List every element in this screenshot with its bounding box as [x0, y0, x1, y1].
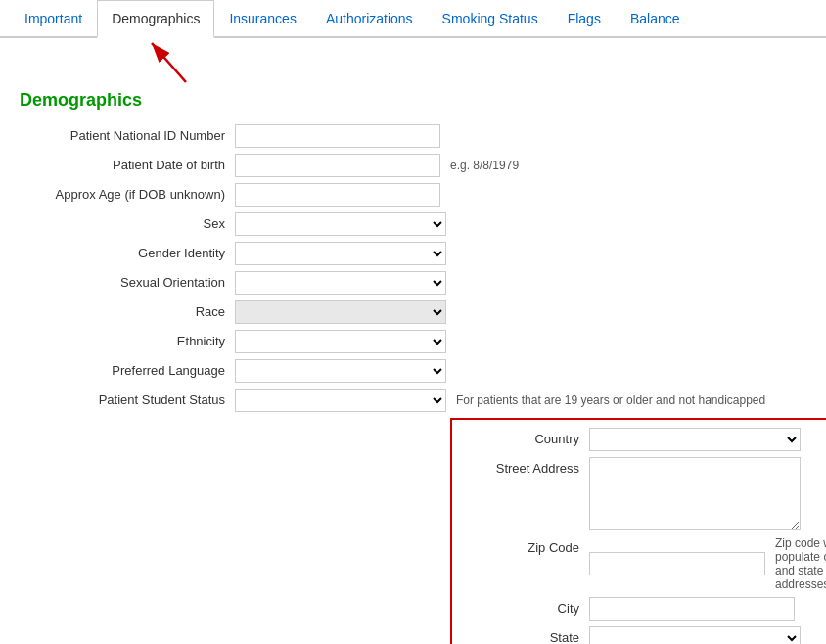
- select-race[interactable]: [235, 300, 446, 324]
- field-ethnicity: Ethnicity: [20, 330, 806, 353]
- tab-balance[interactable]: Balance: [616, 0, 695, 38]
- select-preferred-language[interactable]: [235, 359, 446, 383]
- tab-flags[interactable]: Flags: [553, 0, 616, 38]
- page-heading: Demographics: [20, 90, 806, 111]
- select-sexual-orientation[interactable]: [235, 271, 446, 295]
- field-state: State: [462, 626, 826, 644]
- label-zip-code: Zip Code: [462, 536, 589, 555]
- tab-demographics[interactable]: Demographics: [97, 0, 214, 38]
- label-sex: Sex: [20, 212, 235, 231]
- field-country: Country: [462, 428, 826, 451]
- input-national-id[interactable]: [235, 124, 440, 148]
- label-country: Country: [462, 428, 589, 446]
- address-section-row: Country Street Address Zip Code Zip code…: [20, 418, 806, 644]
- demographics-form: Patient National ID Number Patient Date …: [0, 124, 826, 644]
- input-city[interactable]: [589, 597, 795, 621]
- select-sex[interactable]: [235, 212, 446, 236]
- tab-important[interactable]: Important: [10, 0, 97, 38]
- field-city: City: [462, 597, 826, 621]
- label-city: City: [462, 597, 589, 616]
- dob-hint: e.g. 8/8/1979: [450, 159, 519, 172]
- field-student-status: Patient Student Status For patients that…: [20, 389, 806, 412]
- label-approx-age: Approx Age (if DOB unknown): [20, 183, 235, 202]
- student-status-hint: For patients that are 19 years or older …: [456, 393, 765, 407]
- tab-insurances[interactable]: Insurances: [214, 0, 310, 38]
- select-ethnicity[interactable]: [235, 330, 446, 353]
- select-gender-identity[interactable]: [235, 242, 446, 265]
- field-gender-identity: Gender Identity: [20, 242, 806, 265]
- input-approx-age[interactable]: [235, 183, 440, 207]
- tab-smoking-status[interactable]: Smoking Status: [428, 0, 553, 38]
- tab-bar: Important Demographics Insurances Author…: [0, 0, 826, 38]
- field-national-id: Patient National ID Number: [20, 124, 806, 148]
- zip-code-hint: Zip code will populate city and state fo…: [775, 536, 826, 591]
- field-dob: Patient Date of birth e.g. 8/8/1979: [20, 154, 806, 177]
- input-dob[interactable]: [235, 154, 440, 177]
- label-national-id: Patient National ID Number: [20, 124, 235, 143]
- label-gender-identity: Gender Identity: [20, 242, 235, 260]
- label-race: Race: [20, 300, 235, 319]
- label-student-status: Patient Student Status: [20, 389, 235, 407]
- input-street-address[interactable]: [589, 457, 801, 530]
- address-section: Country Street Address Zip Code Zip code…: [450, 418, 826, 644]
- field-zip-code: Zip Code Zip code will populate city and…: [462, 536, 826, 591]
- label-preferred-language: Preferred Language: [20, 359, 235, 378]
- tab-authorizations[interactable]: Authorizations: [311, 0, 428, 38]
- label-ethnicity: Ethnicity: [20, 330, 235, 348]
- field-approx-age: Approx Age (if DOB unknown): [20, 183, 806, 207]
- field-sex: Sex: [20, 212, 806, 236]
- select-student-status[interactable]: [235, 389, 446, 412]
- label-street-address: Street Address: [462, 457, 589, 476]
- label-sexual-orientation: Sexual Orientation: [20, 271, 235, 290]
- field-street-address: Street Address: [462, 457, 826, 530]
- input-zip-code[interactable]: [589, 552, 765, 575]
- arrow-annotation: [98, 38, 826, 82]
- label-state: State: [462, 626, 589, 644]
- field-sexual-orientation: Sexual Orientation: [20, 271, 806, 295]
- select-state[interactable]: [589, 626, 801, 644]
- svg-line-1: [152, 43, 186, 82]
- field-race: Race: [20, 300, 806, 324]
- select-country[interactable]: [589, 428, 801, 451]
- field-preferred-language: Preferred Language: [20, 359, 806, 383]
- label-dob: Patient Date of birth: [20, 154, 235, 172]
